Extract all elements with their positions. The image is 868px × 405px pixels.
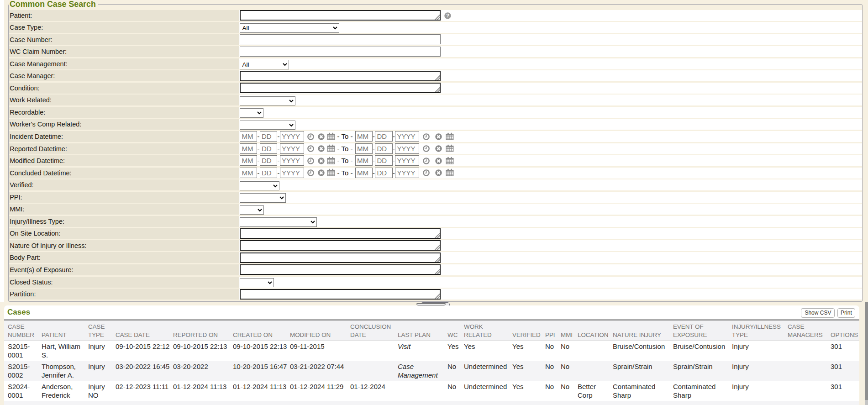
svg-text:?: ?	[446, 13, 449, 18]
